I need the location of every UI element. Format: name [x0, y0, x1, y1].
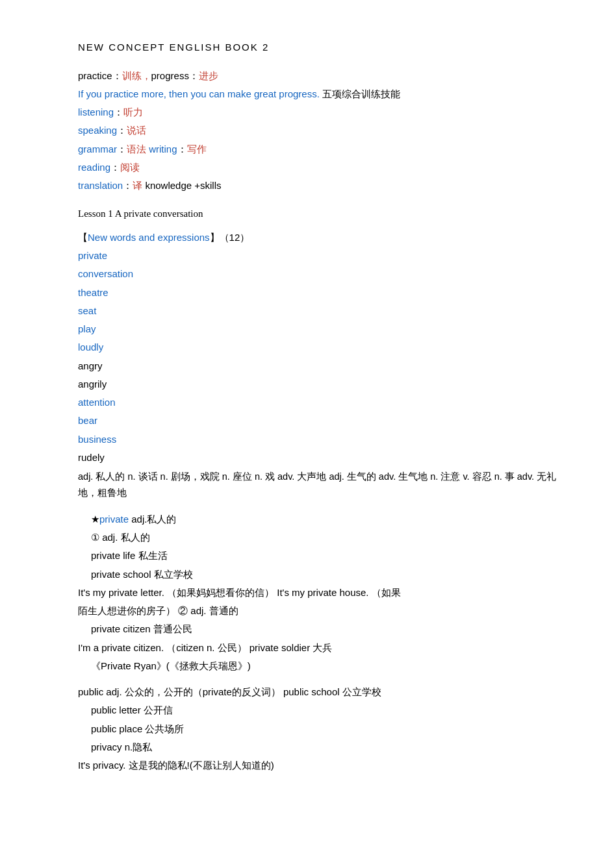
translation-cn: 译	[133, 180, 142, 191]
practice-sentence: If you practice more, then you can make …	[78, 88, 320, 99]
writing-cn: 写作	[187, 143, 207, 155]
private-citizen: private citizen 普通公民	[78, 621, 562, 638]
grammar-label: grammar	[78, 143, 117, 155]
intro-line-3: listening：听力	[78, 104, 562, 121]
private-ryan: 《Private Ryan》(《拯救大兵瑞恩》)	[78, 658, 562, 675]
new-words-header: 【New words and expressions】（12）	[78, 229, 562, 246]
reading-label: reading	[78, 162, 110, 173]
writing-label: writing	[149, 143, 177, 155]
word-play: play	[78, 321, 562, 338]
word-attention: attention	[78, 394, 562, 411]
public-adj-line: public adj. 公众的，公开的（private的反义词） public …	[78, 684, 562, 701]
intro-line-1: practice：训练，progress：进步	[78, 68, 562, 84]
public-section: public adj. 公众的，公开的（private的反义词） public …	[78, 684, 562, 774]
privacy-label: privacy n.隐私	[78, 739, 562, 756]
grammar-cn: 语法	[127, 143, 146, 155]
private-adj-1: ① adj. 私人的	[78, 529, 562, 546]
word-seat: seat	[78, 303, 562, 319]
word-loudly: loudly	[78, 339, 562, 356]
lesson-number: Lesson 1	[78, 208, 113, 219]
reading-cn: 阅读	[120, 162, 140, 173]
word-angrily: angrily	[78, 376, 562, 393]
intro-line-6: reading：阅读	[78, 159, 562, 176]
speaking-label: speaking	[78, 125, 117, 136]
its-privacy: It's privacy. 这是我的隐私!(不愿让别人知道的)	[78, 757, 562, 774]
lesson-name: A private conversation	[113, 208, 203, 219]
word-business: business	[78, 431, 562, 448]
progress-cn: 进步	[199, 70, 218, 81]
private-house-cont: 陌生人想进你的房子） ② adj. 普通的	[78, 602, 562, 619]
listening-cn: 听力	[123, 106, 143, 118]
listening-label: listening	[78, 106, 114, 118]
intro-line-5: grammar：语法 writing：写作	[78, 141, 562, 158]
intro-block: practice：训练，progress：进步 If you practice …	[78, 68, 562, 195]
word-rudely: rudely	[78, 449, 562, 466]
practice-label: practice：	[78, 70, 122, 81]
private-letter-line: It's my private letter. （如果妈妈想看你的信） It's…	[78, 584, 562, 601]
intro-line-2: If you practice more, then you can make …	[78, 86, 562, 103]
private-header: ★private adj.私人的	[78, 511, 562, 528]
private-life: private life 私生活	[78, 547, 562, 564]
private-section: ★private adj.私人的 ① adj. 私人的 private life…	[78, 511, 562, 675]
public-place: public place 公共场所	[78, 721, 562, 738]
new-words-section: 【New words and expressions】（12） private …	[78, 229, 562, 502]
public-letter: public letter 公开信	[78, 702, 562, 719]
word-list: private conversation theatre seat play l…	[78, 247, 562, 466]
speaking-cn: 说话	[127, 125, 146, 136]
definitions-line: adj. 私人的 n. 谈话 n. 剧场，戏院 n. 座位 n. 戏 adv. …	[78, 469, 562, 502]
intro-line-7: translation：译 knowledge +skills	[78, 177, 562, 194]
progress-label: progress：	[151, 70, 199, 81]
translation-label: translation	[78, 180, 123, 191]
practice-cn: 训练，	[122, 70, 151, 81]
five-skills: 五项综合训练技能	[320, 88, 400, 99]
word-bear: bear	[78, 412, 562, 429]
private-citizen-sentence: I'm a private citizen. （citizen n. 公民） p…	[78, 639, 562, 656]
lesson-title: Lesson 1 A private conversation	[78, 206, 562, 223]
page-title: NEW CONCEPT ENGLISH BOOK 2	[78, 39, 562, 56]
intro-line-4: speaking：说话	[78, 122, 562, 139]
private-school: private school 私立学校	[78, 566, 562, 583]
word-theatre: theatre	[78, 284, 562, 301]
word-angry: angry	[78, 358, 562, 375]
word-private: private	[78, 247, 562, 264]
word-conversation: conversation	[78, 266, 562, 282]
